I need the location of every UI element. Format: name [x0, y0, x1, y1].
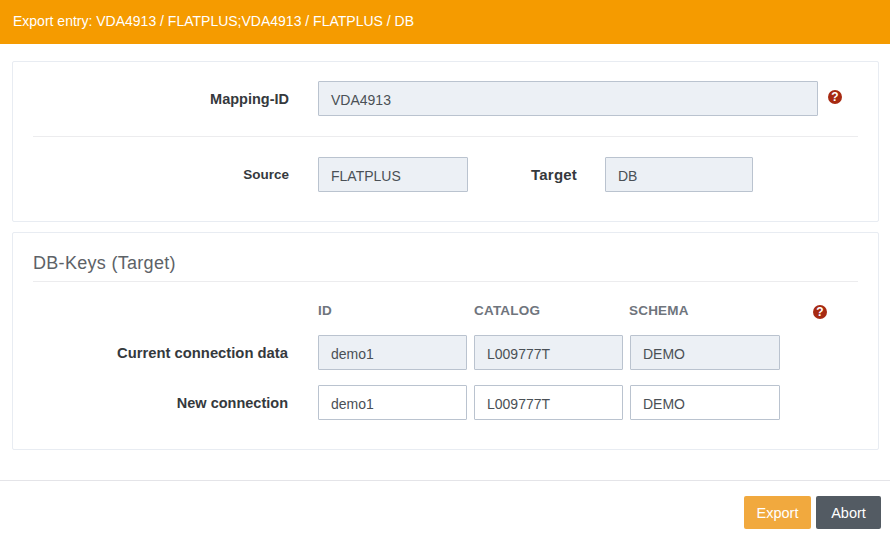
svg-text:?: ?	[816, 305, 823, 319]
svg-text:?: ?	[831, 90, 838, 104]
